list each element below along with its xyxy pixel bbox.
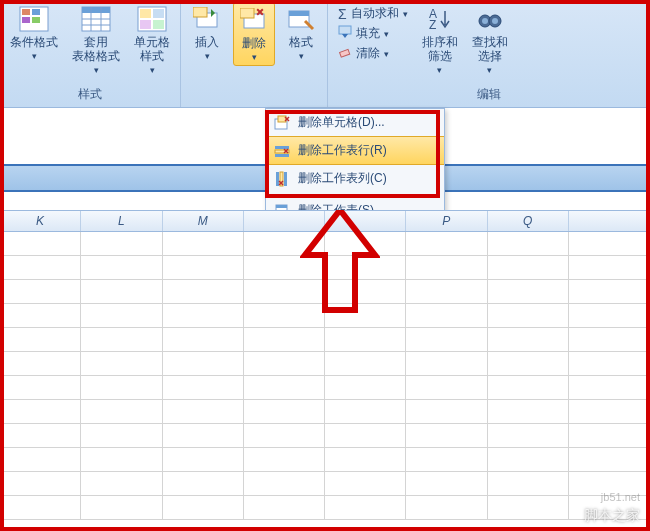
svg-rect-3 xyxy=(22,17,30,23)
delete-cells-icon xyxy=(274,115,290,131)
grid-row xyxy=(0,472,650,496)
delete-icon xyxy=(238,6,270,34)
column-headers: K L M P Q xyxy=(0,210,650,232)
conditional-format-icon xyxy=(18,5,50,33)
delete-rows-icon xyxy=(274,143,290,159)
svg-rect-13 xyxy=(153,9,164,18)
chevron-down-icon: ▾ xyxy=(252,52,257,62)
grid-row xyxy=(0,448,650,472)
svg-rect-14 xyxy=(140,20,151,29)
group-label-styles: 样式 xyxy=(78,84,102,107)
svg-rect-34 xyxy=(275,146,289,149)
format-as-table-button[interactable]: 套用 表格格式 ▾ xyxy=(68,2,124,78)
grid-row xyxy=(0,352,650,376)
chevron-down-icon: ▾ xyxy=(384,29,389,39)
col-header[interactable]: P xyxy=(406,211,487,231)
svg-rect-4 xyxy=(32,17,40,23)
ribbon: 条件格式 ▾ 套用 表格格式 ▾ 单元格 样式 ▾ 样式 xyxy=(0,0,650,108)
group-label-cells xyxy=(252,87,255,107)
svg-rect-39 xyxy=(276,172,279,186)
format-icon xyxy=(285,5,317,33)
svg-rect-15 xyxy=(153,20,164,29)
fill-button[interactable]: 填充 ▾ xyxy=(334,24,412,43)
find-select-button[interactable]: 查找和 选择 ▾ xyxy=(468,2,512,78)
sort-filter-button[interactable]: AZ 排序和 筛选 ▾ xyxy=(418,2,462,78)
group-label-editing: 编辑 xyxy=(477,84,501,107)
menu-delete-cells[interactable]: 删除单元格(D)... xyxy=(266,109,444,136)
chevron-down-icon: ▾ xyxy=(403,9,408,19)
col-header[interactable]: Q xyxy=(488,211,569,231)
cells-area[interactable] xyxy=(0,232,650,520)
svg-text:Z: Z xyxy=(429,18,436,31)
cell-styles-button[interactable]: 单元格 样式 ▾ xyxy=(130,2,174,78)
svg-point-29 xyxy=(492,18,498,24)
svg-rect-6 xyxy=(82,7,110,13)
svg-rect-21 xyxy=(289,11,309,16)
delete-button[interactable]: 删除 ▾ xyxy=(233,2,275,66)
autosum-button[interactable]: Σ 自动求和 ▾ xyxy=(334,4,412,23)
delete-cols-icon xyxy=(274,171,290,187)
grid-row xyxy=(0,400,650,424)
col-header[interactable] xyxy=(244,211,325,231)
svg-rect-17 xyxy=(193,7,207,17)
chevron-down-icon: ▾ xyxy=(487,65,492,75)
chevron-down-icon: ▾ xyxy=(205,51,210,61)
grid-row xyxy=(0,232,650,256)
editing-group: Σ 自动求和 ▾ 填充 ▾ 清除 ▾ xyxy=(328,0,650,107)
chevron-down-icon: ▾ xyxy=(384,49,389,59)
sigma-icon: Σ xyxy=(338,6,347,22)
menu-separator xyxy=(270,194,440,195)
grid-row xyxy=(0,328,650,352)
svg-rect-12 xyxy=(140,9,151,18)
grid-row xyxy=(0,256,650,280)
svg-rect-19 xyxy=(240,8,254,18)
delete-dropdown-menu: 删除单元格(D)... 删除工作表行(R) 删除工作表列(C) 删除工作表(S) xyxy=(265,108,445,225)
svg-rect-36 xyxy=(275,154,289,157)
insert-icon xyxy=(191,5,223,33)
table-icon xyxy=(80,5,112,33)
svg-rect-41 xyxy=(284,172,287,186)
svg-rect-45 xyxy=(276,205,287,208)
col-header[interactable]: K xyxy=(0,211,81,231)
svg-point-28 xyxy=(482,18,488,24)
chevron-down-icon: ▾ xyxy=(437,65,442,75)
grid-row xyxy=(0,424,650,448)
fill-down-icon xyxy=(338,25,352,42)
svg-rect-22 xyxy=(339,26,351,34)
menu-delete-cols[interactable]: 删除工作表列(C) xyxy=(266,165,444,192)
menu-delete-rows[interactable]: 删除工作表行(R) xyxy=(266,136,444,165)
col-header[interactable]: L xyxy=(81,211,162,231)
chevron-down-icon: ▾ xyxy=(150,65,155,75)
svg-rect-31 xyxy=(278,116,286,122)
col-header[interactable] xyxy=(325,211,406,231)
svg-rect-23 xyxy=(340,49,350,57)
conditional-format-button[interactable]: 条件格式 ▾ xyxy=(6,2,62,64)
spreadsheet-grid[interactable]: K L M P Q xyxy=(0,210,650,531)
svg-rect-2 xyxy=(32,9,40,15)
grid-row xyxy=(0,376,650,400)
clear-button[interactable]: 清除 ▾ xyxy=(334,44,412,63)
grid-row xyxy=(0,496,650,520)
sort-icon: AZ xyxy=(424,5,456,33)
chevron-down-icon: ▾ xyxy=(94,65,99,75)
eraser-icon xyxy=(338,45,352,62)
svg-rect-1 xyxy=(22,9,30,15)
styles-group: 条件格式 ▾ 套用 表格格式 ▾ 单元格 样式 ▾ 样式 xyxy=(0,0,181,107)
col-header[interactable]: M xyxy=(163,211,244,231)
binoculars-icon xyxy=(474,5,506,33)
col-header[interactable] xyxy=(569,211,650,231)
cell-styles-icon xyxy=(136,5,168,33)
cells-group: 插入 ▾ 删除 ▾ 格式 ▾ xyxy=(181,0,328,107)
grid-row xyxy=(0,280,650,304)
insert-button[interactable]: 插入 ▾ xyxy=(187,2,227,64)
chevron-down-icon: ▾ xyxy=(32,51,37,61)
chevron-down-icon: ▾ xyxy=(299,51,304,61)
format-button[interactable]: 格式 ▾ xyxy=(281,2,321,64)
grid-row xyxy=(0,304,650,328)
